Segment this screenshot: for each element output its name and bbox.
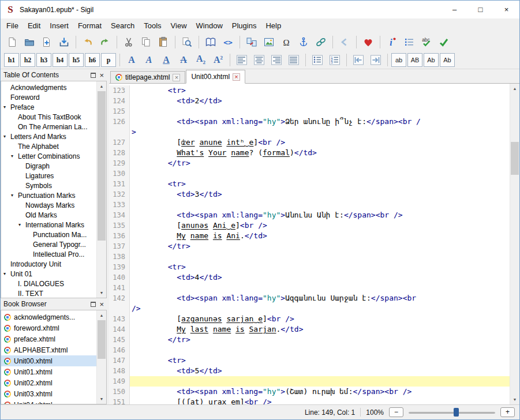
- toc-item[interactable]: ▾International Marks: [1, 220, 96, 230]
- zoom-out-button[interactable]: −: [389, 407, 403, 417]
- code-line[interactable]: 141: [109, 283, 510, 293]
- toc-item[interactable]: General Typogr...: [1, 239, 96, 249]
- menu-edit[interactable]: Edit: [23, 18, 45, 32]
- heading-5-button[interactable]: h5: [69, 53, 84, 67]
- paste-button[interactable]: [155, 34, 172, 50]
- code-line[interactable]: 144 My last name is Sarjan.</td>: [109, 324, 510, 335]
- menu-window[interactable]: Window: [192, 18, 227, 32]
- code-line[interactable]: >: [109, 127, 510, 137]
- toc-item[interactable]: Punctuation Ma...: [1, 230, 96, 239]
- bullet-list-button[interactable]: [309, 53, 326, 68]
- scrollbar-thumb[interactable]: [98, 320, 106, 359]
- toc-item[interactable]: Ligatures: [1, 171, 96, 181]
- expand-arrow-icon[interactable]: ▾: [3, 134, 10, 139]
- undo-button[interactable]: [79, 34, 96, 50]
- code-line[interactable]: 132 <td>3</td>: [109, 189, 510, 200]
- scroll-up-icon[interactable]: [97, 81, 106, 91]
- file-item[interactable]: Unit01.xhtml: [1, 366, 96, 377]
- heading-6-button[interactable]: h6: [85, 53, 100, 67]
- spellcheck-button[interactable]: abc: [418, 34, 435, 50]
- code-line[interactable]: 135 [anunəs Ani‿e]<br />: [109, 220, 510, 231]
- zoom-slider[interactable]: [409, 407, 495, 418]
- strikethrough-button[interactable]: A: [175, 53, 192, 68]
- align-center-button[interactable]: [251, 53, 267, 68]
- scrollbar-track[interactable]: [511, 93, 519, 395]
- insert-special-character-button[interactable]: Ω: [278, 34, 295, 50]
- code-line[interactable]: 126 <td><span xml:lang="hy">Ձեր անունը ի…: [109, 117, 510, 127]
- close-tab-icon[interactable]: ×: [173, 74, 180, 81]
- scroll-up-icon[interactable]: [97, 310, 106, 320]
- code-view-button[interactable]: <>: [219, 34, 237, 50]
- toc-item[interactable]: ▾Letter Combinations: [1, 151, 96, 161]
- zoom-slider-handle[interactable]: [454, 408, 459, 417]
- file-item[interactable]: Unit03.xhtml: [1, 388, 96, 399]
- code-line[interactable]: 124 <td>2</td>: [109, 96, 510, 106]
- code-line[interactable]: 146: [109, 345, 510, 355]
- scroll-down-icon[interactable]: [510, 395, 519, 404]
- code-line[interactable]: 138: [109, 252, 510, 262]
- toc-item[interactable]: I. DIALOGUES: [1, 279, 96, 288]
- toc-item[interactable]: ▾Preface: [1, 102, 96, 112]
- zoom-in-button[interactable]: +: [500, 407, 515, 417]
- tab-titlepage-xhtml[interactable]: titlepage.xhtml×: [110, 71, 185, 84]
- capitalize-button[interactable]: Ab: [440, 53, 455, 67]
- file-item[interactable]: Unit00.xhtml: [1, 355, 96, 366]
- menu-insert[interactable]: Insert: [45, 18, 73, 32]
- align-right-button[interactable]: [268, 53, 285, 68]
- code-editor[interactable]: 123 <tr>124 <td>2</td>125126 <td><span x…: [109, 84, 510, 404]
- scroll-down-icon[interactable]: [97, 394, 106, 404]
- split-section-button[interactable]: [243, 34, 260, 50]
- code-line[interactable]: 128 What's Your name? (formal)</td>: [109, 148, 510, 158]
- maximize-button[interactable]: □: [467, 1, 493, 18]
- toc-item[interactable]: ▾Punctuation Marks: [1, 190, 96, 200]
- code-line[interactable]: 147 <tr>: [109, 355, 510, 366]
- text-direction-ltr-button[interactable]: [350, 53, 366, 68]
- expand-arrow-icon[interactable]: ▾: [3, 271, 10, 276]
- italic-button[interactable]: A: [141, 53, 157, 68]
- minimize-button[interactable]: –: [442, 1, 467, 18]
- float-panel-icon[interactable]: [91, 302, 96, 307]
- editor-scrollbar[interactable]: [510, 84, 519, 404]
- scrollbar-thumb[interactable]: [511, 142, 519, 175]
- expand-arrow-icon[interactable]: ▾: [3, 104, 10, 110]
- menu-search[interactable]: Search: [106, 18, 139, 32]
- file-item[interactable]: acknowledgments...: [1, 312, 96, 322]
- scrollbar-track[interactable]: [98, 91, 106, 288]
- code-line[interactable]: />: [109, 303, 510, 314]
- well-formed-check-button[interactable]: [435, 34, 452, 50]
- float-panel-icon[interactable]: [91, 73, 96, 78]
- cut-button[interactable]: [120, 34, 137, 50]
- text-direction-rtl-button[interactable]: [368, 53, 384, 68]
- add-existing-files-button[interactable]: [38, 34, 55, 50]
- toc-item[interactable]: About This TaxtBook: [1, 112, 96, 122]
- book-view-button[interactable]: [202, 34, 219, 50]
- code-line[interactable]: 129 </tr>: [109, 158, 510, 168]
- file-item[interactable]: ALPHABET.xhtml: [1, 344, 96, 355]
- toc-item[interactable]: Intellectual Pro...: [1, 249, 96, 259]
- insert-link-button[interactable]: [312, 34, 330, 50]
- toc-item[interactable]: Foreword: [1, 92, 96, 102]
- back-button[interactable]: [336, 34, 353, 50]
- insert-file-button[interactable]: [260, 34, 278, 50]
- toc-item[interactable]: Nowdays Marks: [1, 200, 96, 210]
- tab-Unit00-xhtml[interactable]: Unit00.xhtml×: [186, 70, 245, 84]
- code-line[interactable]: 149: [109, 376, 510, 387]
- heading-3-button[interactable]: h3: [36, 53, 51, 67]
- code-line[interactable]: 150 <td><span xml:lang="hy">(Շատ) ուրախ …: [109, 387, 510, 397]
- toc-item[interactable]: II. TEXT: [1, 288, 96, 298]
- open-button[interactable]: [21, 34, 38, 50]
- find-replace-button[interactable]: [178, 34, 196, 50]
- toc-item[interactable]: Introductory Unit: [1, 259, 96, 269]
- uppercase-button[interactable]: AB: [407, 53, 422, 67]
- toc-item[interactable]: On The Armenian La...: [1, 122, 96, 132]
- new-button[interactable]: [3, 34, 21, 50]
- code-line[interactable]: 151 [(ʃat) urax‿em]<br />: [109, 397, 510, 404]
- scrollbar-track[interactable]: [98, 320, 106, 394]
- code-line[interactable]: 142 <td><span xml:lang="hy">Ազգանունս Սա…: [109, 293, 510, 303]
- bold-button[interactable]: A: [124, 53, 140, 68]
- code-line[interactable]: 125: [109, 106, 510, 117]
- code-line[interactable]: 139 <tr>: [109, 262, 510, 272]
- close-panel-icon[interactable]: ×: [99, 72, 104, 79]
- close-button[interactable]: ×: [493, 1, 519, 18]
- menu-view[interactable]: View: [166, 18, 192, 32]
